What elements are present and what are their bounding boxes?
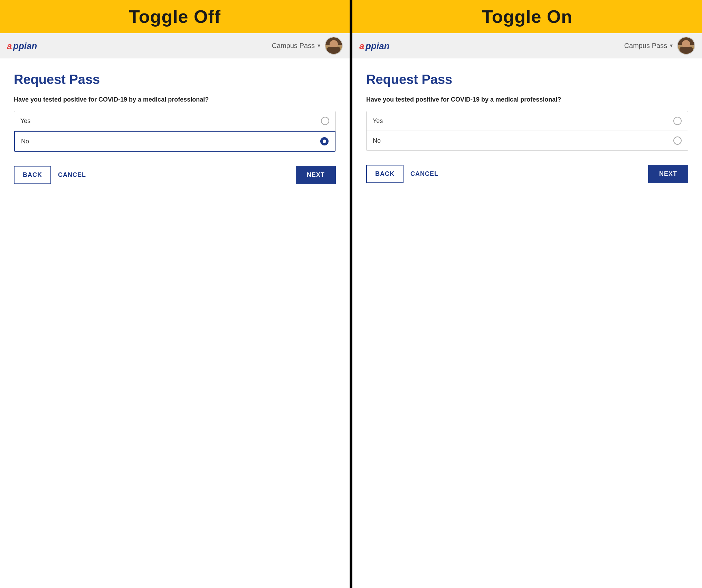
toggle-on-banner: Toggle On [352,0,702,33]
left-radio-yes-circle [321,117,329,125]
left-next-button[interactable]: NEXT [296,166,336,184]
left-content: Request Pass Have you tested positive fo… [0,58,350,588]
right-radio-yes-label: Yes [373,117,383,125]
left-radio-yes[interactable]: Yes [14,111,335,131]
right-radio-yes-circle [673,117,682,125]
right-page-title: Request Pass [366,72,688,87]
right-radio-no-label: No [373,137,381,144]
left-button-row: BACK CANCEL NEXT [14,166,336,184]
right-header-right: Campus Pass ▼ [624,37,695,55]
svg-text:ppian: ppian [13,41,37,51]
right-header: a ppian Campus Pass ▼ [352,33,702,58]
left-radio-no[interactable]: No [14,131,335,152]
right-panel: Toggle On a ppian Campus Pass ▼ [352,0,702,588]
left-campus-pass-label: Campus Pass [272,42,315,50]
right-avatar-image [678,37,694,54]
left-cancel-button[interactable]: CANCEL [58,171,86,179]
left-radio-no-circle [320,137,329,145]
right-avatar-body [680,47,693,54]
left-avatar[interactable] [325,37,343,55]
left-question: Have you tested positive for COVID-19 by… [14,95,336,104]
left-chevron-icon: ▼ [316,43,321,48]
right-content: Request Pass Have you tested positive fo… [352,58,702,588]
right-avatar[interactable] [677,37,695,55]
toggle-off-banner: Toggle Off [0,0,350,33]
right-chevron-icon: ▼ [669,43,674,48]
appian-logo-svg: a ppian [7,39,48,52]
svg-text:a: a [7,41,12,51]
right-cancel-button[interactable]: CANCEL [410,170,438,178]
left-back-button[interactable]: BACK [14,166,51,184]
panel-divider [350,0,352,588]
right-radio-group: Yes No [366,111,688,151]
left-header: a ppian Campus Pass ▼ [0,33,350,58]
left-radio-group: Yes No [14,111,336,152]
right-radio-yes[interactable]: Yes [367,111,688,131]
left-page-title: Request Pass [14,72,336,87]
left-avatar-body [327,47,340,54]
left-avatar-image [325,37,342,54]
left-app-frame: a ppian Campus Pass ▼ [0,33,350,588]
left-radio-yes-label: Yes [20,117,30,125]
left-panel: Toggle Off a ppian Campus Pass ▼ [0,0,350,588]
left-radio-no-label: No [21,138,29,145]
left-appian-logo: a ppian [7,39,48,52]
right-appian-logo-svg: a ppian [359,39,401,52]
right-app-frame: a ppian Campus Pass ▼ [352,33,702,588]
right-button-row: BACK CANCEL NEXT [366,165,688,183]
right-appian-logo: a ppian [359,39,401,52]
right-radio-no[interactable]: No [367,131,688,151]
right-question: Have you tested positive for COVID-19 by… [366,95,688,104]
right-campus-pass[interactable]: Campus Pass ▼ [624,42,674,50]
left-campus-pass[interactable]: Campus Pass ▼ [272,42,321,50]
right-next-button[interactable]: NEXT [648,165,688,183]
svg-text:a: a [359,41,364,51]
svg-text:ppian: ppian [365,41,389,51]
right-back-button[interactable]: BACK [366,165,404,183]
right-radio-no-circle [673,136,682,145]
right-campus-pass-label: Campus Pass [624,42,667,50]
left-header-right: Campus Pass ▼ [272,37,343,55]
